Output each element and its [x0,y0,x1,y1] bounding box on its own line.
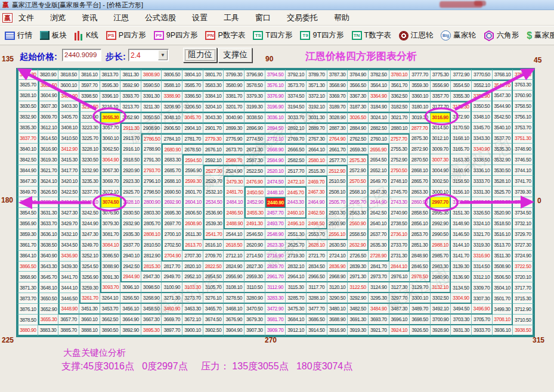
grid-cell: 3931.30 [451,325,472,336]
grid-cell: 3168.10 [451,133,472,144]
grid-cell: 3369.70 [327,91,348,101]
grid-cell: 2923.30 [120,176,141,186]
grid-cell: 2798.50 [141,186,162,197]
toolbar-t-number-table[interactable]: TNT数字表 [352,30,391,41]
menu-item-资讯[interactable]: 资讯 [82,13,97,23]
menu-item-浏览[interactable]: 浏览 [50,13,66,23]
grid-cell: 2553.70 [307,229,327,240]
menu-item-设置[interactable]: 设置 [192,13,208,23]
grid-cell: 3256.90 [79,272,100,282]
grid-cell: 3120.10 [327,282,348,293]
grid-cell: 3396.10 [100,91,121,101]
grid-cell: 2738.50 [389,219,410,229]
grid-cell: 3554.50 [451,80,472,91]
grid-cell: 2640.10 [369,219,389,229]
grid-cell: 2460.10 [286,208,307,219]
grid-cell: 2544.10 [224,229,244,240]
grid-cell: 3852.10 [17,197,38,208]
grid-cell: 2527.30 [203,165,224,176]
grid-cell: 2779.30 [203,133,224,144]
toolbar-quotes[interactable]: 行情 [5,30,32,41]
toolbar-hexagon-tool[interactable]: 六角形 [484,30,519,41]
toolbar-sectors[interactable]: 板块 [40,30,67,41]
grid-cell: 3069.70 [100,176,121,186]
toolbar-gann-wheel[interactable]: 江恩轮 [399,30,434,41]
toolbar-p-number-table[interactable]: PNP数字表 [205,30,245,41]
grid-cell: 3470.50 [244,304,265,315]
menu-item-工具[interactable]: 工具 [224,13,239,23]
step-select[interactable]: 2.4 ▼ [128,49,169,61]
grid-cell: 3487.30 [389,304,410,315]
grid-cell: 3456.10 [120,304,141,315]
grid-cell: 3060.10 [100,133,121,144]
grid-cell: 2452.90 [244,197,265,208]
grid-cell: 2935.30 [120,229,141,240]
grid-cell: 2654.50 [369,154,389,165]
toolbar-t-square[interactable]: TST四方形 [253,30,292,41]
grid-cell: 2570.50 [348,176,369,186]
grid-cell: 3540.10 [493,123,513,133]
menu-item-文件[interactable]: 文件 [18,13,34,23]
toolbar-winner-service[interactable]: $赢家服务 [527,30,554,41]
grid-cell: 3878.50 [17,315,38,325]
grid-cell: 3751.30 [513,133,534,144]
t-number-table-icon: TN [352,31,362,40]
grid-cell: 2836.90 [327,262,348,272]
grid-cell: 2625.70 [286,240,307,251]
grid-cell: 3163.30 [451,154,472,165]
grid-cell: 3333.70 [472,176,493,186]
grid-cell: 3612.10 [38,123,59,133]
grid-cell: 3636.10 [38,229,59,240]
grid-cell: 3679.30 [244,315,265,325]
grid-cell: 3552.10 [472,80,493,91]
toolbar-9t-square[interactable]: T99T四方形 [300,30,343,41]
grid-cell: 3096.10 [120,282,141,293]
grid-cell: 2491.30 [244,219,265,229]
grid-cell: 3904.90 [224,325,244,336]
grid-cell: 3076.90 [100,208,121,219]
grid-cell: 2904.10 [182,123,203,133]
grid-cell: 3153.70 [451,197,472,208]
grid-cell: 3638.50 [38,240,59,251]
grid-cell: 3184.90 [369,101,389,112]
chevron-down-icon[interactable]: ▼ [158,50,168,60]
menu-item-窗口[interactable]: 窗口 [255,13,271,23]
grid-cell: 3465.70 [203,304,224,315]
grid-cell: 3825.70 [17,80,38,91]
grid-cell: 3381.70 [224,91,244,101]
toolbar-p-square[interactable]: PSP四方形 [106,30,146,41]
grid-cell: 3040.90 [224,112,244,123]
grid-cell: 3304.90 [451,293,472,304]
grid-cell: 3559.30 [410,80,431,91]
grid-cell: 2743.30 [389,197,410,208]
grid-cell: 2764.90 [327,133,348,144]
toolbar-winner-wheel[interactable]: Big赢家轮 [441,30,476,41]
menu-item-交易委托[interactable]: 交易委托 [287,13,318,23]
grid-cell: 3535.30 [493,144,513,154]
grid-cell: 3108.10 [224,282,244,293]
support-button[interactable]: 支撑位 [218,48,252,63]
grid-cell: 3021.70 [389,112,410,123]
grid-cell: 3458.50 [141,304,162,315]
toolbar-9p-square[interactable]: P99P四方形 [154,30,198,41]
grid-cell: 2860.90 [410,197,431,208]
start-price-input[interactable]: 2440.9099 [62,49,101,61]
grid-cell: 2889.70 [307,123,327,133]
grid-cell: 3782.50 [369,69,389,80]
grid-cell: 3511.30 [493,251,513,262]
menu-item-江恩[interactable]: 江恩 [113,13,129,23]
titlebar-decoration [474,1,486,6]
grid-cell: 3321.70 [472,229,493,240]
grid-cell: 3780.10 [389,69,410,80]
grid-cell: 3264.10 [100,293,121,304]
grid-cell: 3936.10 [493,325,513,336]
grid-cell: 3091.30 [100,272,121,282]
menu-item-帮助[interactable]: 帮助 [334,13,349,23]
menu-item-公式选股[interactable]: 公式选股 [145,13,176,23]
grid-cell: 2656.90 [369,144,389,154]
toolbar-kline[interactable]: K线 [75,30,98,41]
grid-cell: 3700.90 [431,315,451,325]
resistance-button[interactable]: 阻力位 [183,48,217,63]
grid-cell: 3928.90 [431,325,451,336]
grid-cell: 3362.50 [389,91,410,101]
